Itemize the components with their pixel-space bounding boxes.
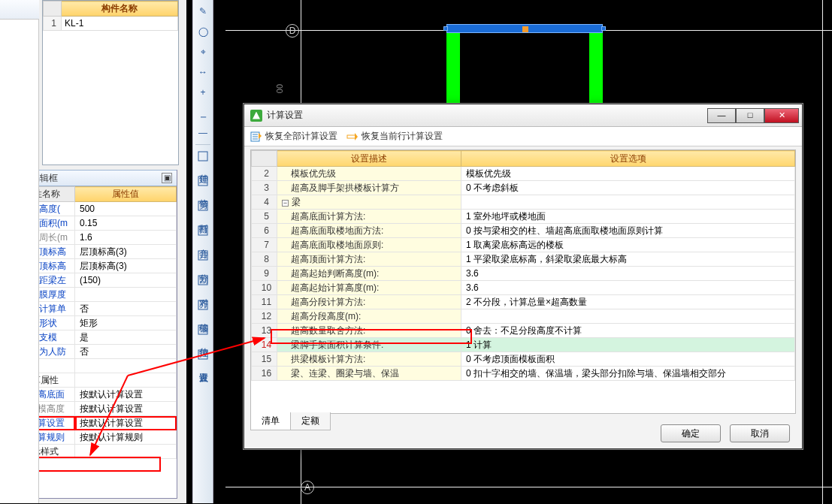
- prop-value[interactable]: 按默认计算规则: [75, 430, 177, 445]
- prop-value[interactable]: 层顶标高(3): [75, 259, 177, 273]
- desc-header[interactable]: 设置描述: [277, 151, 461, 167]
- prop-value[interactable]: 按默认计算设置: [75, 388, 177, 402]
- prop-value[interactable]: 0.15: [75, 216, 177, 231]
- prop-value[interactable]: 按默认计算设置: [75, 402, 177, 416]
- tool-button[interactable]: [194, 246, 212, 264]
- tool-button[interactable]: ✎: [194, 2, 212, 20]
- vertical-toolbar: ✎◯⌖↔+⎯—延伸修剪打断合并分割对齐偏移拉伸设置夹点: [192, 0, 213, 503]
- setting-option[interactable]: 2 不分段，计算总量×超高数量: [461, 295, 795, 309]
- prop-value[interactable]: 按默认计算设置: [75, 416, 177, 430]
- setting-option[interactable]: 0 不考虑顶面模板面积: [461, 352, 795, 367]
- pin-icon[interactable]: ▣: [162, 173, 172, 183]
- dim-label: 00: [275, 84, 284, 93]
- setting-option[interactable]: 0 扣十字相交的墙、保温墙，梁头部分扣除与墙、保温墙相交部分: [461, 367, 795, 381]
- settings-row[interactable]: 5 超高底面计算方法: 1 室外地坪或楼地面: [252, 210, 795, 224]
- prop-value[interactable]: 否: [75, 302, 177, 316]
- settings-row[interactable]: 8 超高顶面计算方法: 1 平梁取梁底标高，斜梁取梁底最大标高: [252, 252, 795, 267]
- component-row[interactable]: 1 KL-1: [44, 17, 178, 31]
- tool-button[interactable]: [194, 321, 212, 339]
- restore-all-button[interactable]: 恢复全部计算设置: [250, 130, 337, 143]
- row-number: 2: [252, 167, 277, 181]
- tool-button[interactable]: —: [194, 124, 212, 142]
- settings-row[interactable]: 12 超高分段高度(m):: [252, 309, 795, 324]
- prop-value[interactable]: 1.6: [75, 231, 177, 245]
- dialog-footer: 确定 取消: [244, 418, 802, 448]
- opt-header[interactable]: 设置选项: [461, 151, 795, 167]
- cancel-button[interactable]: 取消: [730, 424, 790, 442]
- setting-option[interactable]: [461, 195, 795, 210]
- tool-button[interactable]: [194, 346, 212, 364]
- ok-button[interactable]: 确定: [661, 424, 721, 442]
- tool-button[interactable]: [194, 147, 212, 165]
- tool-button[interactable]: ↔: [194, 63, 212, 81]
- tool-button[interactable]: [194, 296, 212, 314]
- component-list[interactable]: 构件名称 1 KL-1: [42, 0, 179, 165]
- tool-button[interactable]: +: [194, 83, 212, 101]
- prop-value[interactable]: 是: [75, 330, 177, 345]
- setting-desc: 超高分段计算方法:: [277, 295, 461, 309]
- prop-col-value[interactable]: 属性值: [75, 187, 177, 202]
- settings-row[interactable]: 7 超高底面取楼地面原则: 1 取离梁底标高远的楼板: [252, 238, 795, 252]
- tool-button[interactable]: [194, 172, 212, 190]
- setting-desc: 超高起始计算高度(m):: [277, 281, 461, 295]
- setting-option[interactable]: 1 室外地坪或楼地面: [461, 210, 795, 224]
- restore-all-label: 恢复全部计算设置: [265, 130, 337, 143]
- settings-row[interactable]: 14 梁脚手架面积计算条件: 1 计算: [252, 338, 795, 352]
- beam-end-handle[interactable]: [443, 26, 448, 31]
- row-number: 10: [252, 281, 277, 295]
- prop-value[interactable]: 矩形: [75, 316, 177, 330]
- settings-row[interactable]: 4 −梁: [252, 195, 795, 210]
- beam-mid-handle[interactable]: [522, 26, 528, 32]
- setting-option[interactable]: 1 计算: [461, 338, 795, 352]
- row-number: 12: [252, 309, 277, 324]
- prop-value[interactable]: 500: [75, 202, 177, 216]
- tool-button[interactable]: ◯: [194, 23, 212, 41]
- setting-option[interactable]: 3.6: [461, 281, 795, 295]
- prop-value[interactable]: [75, 288, 177, 302]
- component-name-header[interactable]: 构件名称: [62, 2, 178, 17]
- setting-option[interactable]: 3.6: [461, 267, 795, 281]
- tool-button[interactable]: [194, 271, 212, 289]
- row-number: 1: [44, 17, 62, 31]
- tool-button[interactable]: [194, 222, 212, 240]
- left-gutter-head: [0, 0, 39, 20]
- dialog-title: 计算设置: [267, 109, 707, 122]
- restore-row-button[interactable]: 恢复当前行计算设置: [346, 130, 443, 143]
- settings-row[interactable]: 6 超高底面取楼地面方法: 0 按与梁相交的柱、墙超高底面取楼地面原则计算: [252, 224, 795, 238]
- prop-value[interactable]: 否: [75, 345, 177, 359]
- prop-value[interactable]: [75, 359, 177, 373]
- settings-row[interactable]: 3 超高及脚手架拱楼板计算方 0 不考虑斜板: [252, 181, 795, 195]
- prop-value[interactable]: 层顶标高(3): [75, 245, 177, 259]
- tool-button[interactable]: ⌖: [194, 43, 212, 61]
- beam-end-handle[interactable]: [601, 26, 606, 31]
- settings-row[interactable]: 2 模板优先级 模板优先级: [252, 167, 795, 181]
- setting-option[interactable]: 0 不考虑斜板: [461, 181, 795, 195]
- prop-value[interactable]: (150): [75, 273, 177, 288]
- collapse-icon[interactable]: −: [282, 200, 289, 207]
- setting-option[interactable]: 0 按与梁相交的柱、墙超高底面取楼地面原则计算: [461, 224, 795, 238]
- setting-option[interactable]: 0 舍去：不足分段高度不计算: [461, 324, 795, 338]
- tool-button[interactable]: ⎯: [194, 104, 212, 122]
- maximize-button[interactable]: □: [736, 108, 764, 123]
- row-number: 6: [252, 224, 277, 238]
- tool-button[interactable]: [194, 197, 212, 215]
- minimize-button[interactable]: —: [707, 108, 736, 123]
- settings-row[interactable]: 10 超高起始计算高度(m): 3.6: [252, 281, 795, 295]
- setting-option[interactable]: 1 平梁取梁底标高，斜梁取梁底最大标高: [461, 252, 795, 267]
- restore-row-label: 恢复当前行计算设置: [362, 130, 443, 143]
- setting-desc: 超高起始判断高度(m):: [277, 267, 461, 281]
- settings-row[interactable]: 13 超高数量取舍方法: 0 舍去：不足分段高度不计算: [252, 324, 795, 338]
- close-button[interactable]: ✕: [764, 108, 799, 123]
- setting-option[interactable]: [461, 309, 795, 324]
- setting-option[interactable]: 模板优先级: [461, 167, 795, 181]
- settings-row[interactable]: 11 超高分段计算方法: 2 不分段，计算总量×超高数量: [252, 295, 795, 309]
- settings-row[interactable]: 9 超高起始判断高度(m): 3.6: [252, 267, 795, 281]
- setting-option[interactable]: 1 取离梁底标高远的楼板: [461, 238, 795, 252]
- settings-row[interactable]: 16 梁、连梁、圈梁与墙、保温 0 扣十字相交的墙、保温墙，梁头部分扣除与墙、保…: [252, 367, 795, 381]
- settings-row[interactable]: 15 拱梁模板计算方法: 0 不考虑顶面模板面积: [252, 352, 795, 367]
- component-name-cell[interactable]: KL-1: [62, 17, 178, 31]
- dialog-titlebar[interactable]: 计算设置 — □ ✕: [244, 104, 802, 127]
- setting-desc: 超高数量取舍方法:: [277, 324, 461, 338]
- row-number: 7: [252, 238, 277, 252]
- svg-rect-5: [198, 276, 207, 285]
